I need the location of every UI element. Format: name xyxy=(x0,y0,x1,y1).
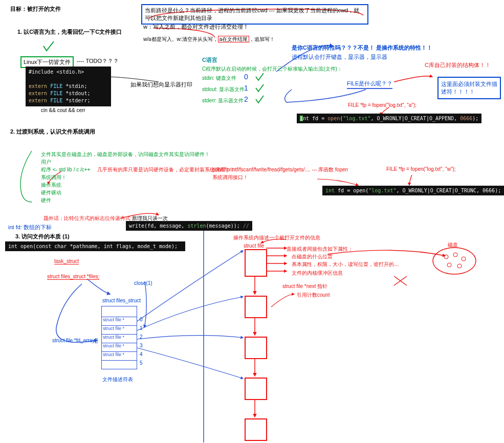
fopen-a: FILE *fp = fopen("log.txt", "a"); xyxy=(348,102,417,108)
n1: 1 xyxy=(244,84,248,92)
task-struct: task_struct xyxy=(54,258,79,264)
sfile: struct file xyxy=(244,243,264,249)
open-w: int fd = open("log.txt", O_WRONLY|O_CREA… xyxy=(322,186,504,195)
close: close(1) xyxy=(134,280,152,286)
cwd-note: 当前路径是什么？当前路径，进程的当前路径cwd --- 如果我更改了当前进程的c… xyxy=(141,4,368,25)
sec2-title: 2. 过渡到系统，认识文件系统调用 xyxy=(10,128,95,136)
n2: 2 xyxy=(244,95,248,103)
svg-point-4 xyxy=(447,263,451,267)
row-sf3: struct file * xyxy=(102,343,137,351)
file-q: FILE是什么呢？？ xyxy=(347,80,392,89)
note-w: w：写入之前，都会对文件进行清空处理！ xyxy=(143,23,249,31)
sf-box1 xyxy=(245,249,267,277)
note-wa: w/a都是写入。w:清空并从头写，a在文件结尾，追加写！ xyxy=(143,36,275,43)
fdt: 文件描述符表 xyxy=(102,376,133,383)
write-code: write(fd, message, strlen(message)); // xyxy=(126,221,252,231)
files-ptr: struct files_struct *files; xyxy=(47,274,99,280)
a1: 直接或者间接包含如下属性： xyxy=(287,246,353,253)
stdout: stdout: 显示器文件 xyxy=(202,86,245,93)
open-a: int fd = open("log.txt", O_WRONLY|O_CREA… xyxy=(297,114,481,123)
s2-ln6: 硬件驱动 xyxy=(41,189,61,196)
cwd-text: 当前路径是什么？当前路径，进程的当前路径cwd --- 如果我更改了当前进程的c… xyxy=(145,7,359,21)
ext-note: 题外话：比特位方式的标志位传递方式！ xyxy=(43,215,136,222)
cnt: 引用计数count xyxy=(297,292,330,299)
a3: 基本属性，权限，大小，读写位置，谁打开的… xyxy=(292,261,399,268)
i5: 5 xyxy=(140,360,143,366)
row-sf0: struct file * xyxy=(102,317,137,325)
n0: 0 xyxy=(244,73,248,81)
i3: 3 xyxy=(140,343,143,348)
svg-point-5 xyxy=(457,264,462,268)
row-sf2: struct file * xyxy=(102,334,137,343)
sec1-title: 1. 以C语言为主，先看回忆一下C文件接口 xyxy=(17,28,122,36)
c-desc: C程序默认在启动的时候，会打开三个标准输入输出流(文件)： xyxy=(202,65,342,73)
sf-box3 xyxy=(245,337,267,359)
sfs: struct files_struct xyxy=(102,298,141,303)
next: struct file *next 指针 xyxy=(282,283,327,290)
i0: 0 xyxy=(140,317,143,322)
goal: 目标：被打开的文件 xyxy=(10,5,61,13)
stderr: stderr: 显示器文件 xyxy=(202,97,244,104)
stdin: stdin: 键盘文件 xyxy=(202,75,236,82)
cpp-streams: cin && cout && cerr xyxy=(41,107,85,113)
i1: 1 xyxy=(140,325,143,331)
sec3-title: 3. 访问文件的本质 (1) xyxy=(15,233,70,240)
a4: 文件的内核缓冲区信息 xyxy=(292,270,343,277)
s2-ln7: 硬件 xyxy=(41,197,51,204)
sf-box5 xyxy=(245,418,267,441)
row-sf4: struct file * xyxy=(102,351,137,360)
row-sf1: struct file * xyxy=(102,325,137,334)
svg-point-1 xyxy=(444,255,448,259)
c-title: C语言 xyxy=(202,56,217,64)
s2-ln3: 程序 <- std lib / c /c++ xyxy=(41,166,90,173)
os-trait1: 是你C语言的特性吗？？？不是！ 是操作系统的特性！！ xyxy=(292,44,432,52)
sf-box4 xyxy=(245,378,267,400)
svg-point-2 xyxy=(453,253,457,257)
linux-text: Linux下一切皆文件 xyxy=(24,59,71,65)
s2-ln5: 操作系统 xyxy=(41,182,61,189)
s2-r3: 系统调用接口！ xyxy=(212,174,248,181)
s2-ln1: 文件其实是在磁盘上的，磁盘是外部设备，访问磁盘文件其实是访问硬件！ xyxy=(41,151,210,158)
intfd: int fd: 数组的下标 xyxy=(8,224,52,231)
svg-point-0 xyxy=(433,248,476,274)
print-note: 如果我们想向显示器打印 xyxy=(130,81,192,88)
fopen-w: FILE *fp = fopen("log.txt", "w"); xyxy=(386,166,456,172)
sf-box2 xyxy=(245,296,267,318)
fd-box: 这里面必须封装文件描述符！！！！ xyxy=(437,77,501,99)
file-wrap: C库自己封装的结构体！！ xyxy=(425,61,491,69)
os-trait2: 进程默认会打开键盘，显示器，显示器 xyxy=(292,53,387,61)
disk: 磁盘 xyxy=(448,241,458,249)
s2-ln4: 系统调用！ xyxy=(41,174,67,181)
a2: 在磁盘的什么位置 xyxy=(292,253,333,260)
stdio-code: #include <stdio.h> extern FILE *stdin; e… xyxy=(26,67,111,106)
svg-point-3 xyxy=(462,257,466,261)
fda: struct file *fd_array[] xyxy=(52,338,98,343)
fd-table: struct file * struct file * struct file … xyxy=(101,306,137,369)
i4: 4 xyxy=(140,351,143,357)
s2-ln2: 用户 xyxy=(41,159,51,166)
open-sig: int open(const char *pathname, int flags… xyxy=(5,241,185,251)
kern-note: 操作系统内描述一个被打开文件的信息 xyxy=(233,234,320,241)
i2: 2 xyxy=(140,334,143,340)
todo: ---- TODO？？？ xyxy=(77,57,119,65)
fd-box-text: 这里面必须封装文件描述符！！！！ xyxy=(441,81,497,95)
s2-r2: printf/fprintf/fscanf/fwrite/fread/fgets… xyxy=(212,166,348,173)
